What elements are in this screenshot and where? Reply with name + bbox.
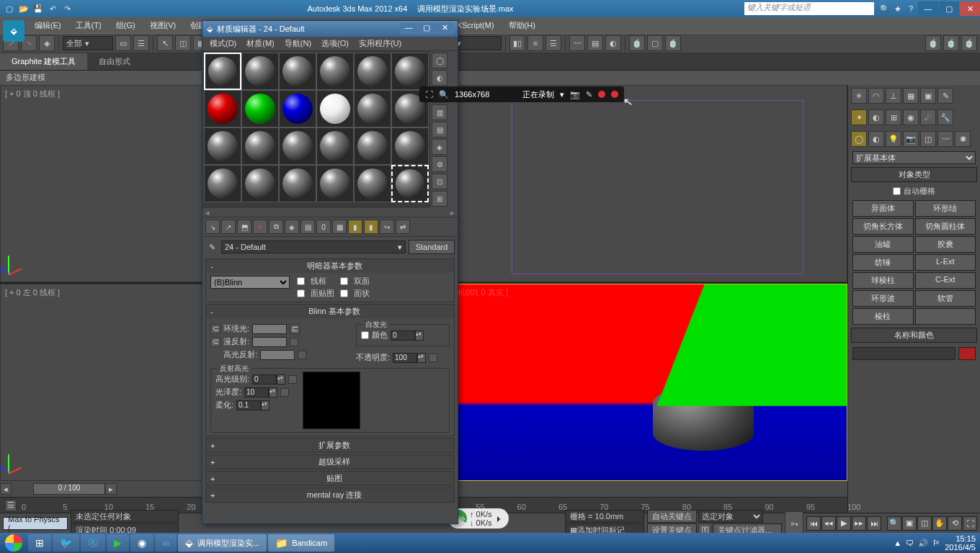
prev-key-icon[interactable]: ◂	[0, 483, 12, 495]
material-type-button[interactable]: Standard	[409, 240, 455, 254]
dialog-min-button[interactable]: —	[400, 23, 417, 35]
close-button[interactable]: ✕	[960, 1, 980, 16]
rollup-supersample[interactable]: +超级采样	[206, 455, 454, 469]
next-key-icon[interactable]: ▸	[105, 483, 117, 495]
expand-icon[interactable]: ⏵	[495, 514, 503, 523]
matid-icon[interactable]: 0	[316, 220, 331, 234]
curve-editor-icon[interactable]: 〰	[569, 35, 585, 51]
render-icon[interactable]: 🍵	[665, 35, 681, 51]
select-object-icon[interactable]: ↖	[157, 35, 173, 51]
eyedropper-icon[interactable]: ✎	[205, 240, 218, 253]
speclevel-spinner[interactable]	[252, 374, 277, 385]
material-slot[interactable]	[354, 53, 391, 90]
material-slot[interactable]	[204, 127, 241, 165]
mat-menu-material[interactable]: 材质(M)	[242, 37, 279, 50]
viewport-label[interactable]: [ + 0 顶 0 线框 ]	[5, 89, 60, 99]
layers-icon[interactable]: ☰	[545, 35, 561, 51]
uv-tile-icon[interactable]: ▥	[432, 104, 447, 120]
gloss-spinner[interactable]	[244, 387, 269, 397]
obj-btn[interactable]: 异面体	[852, 200, 914, 217]
diffuse-lock-icon[interactable]: ⊂	[210, 337, 220, 347]
material-slot[interactable]	[241, 165, 279, 202]
material-slot[interactable]	[316, 90, 354, 127]
rec-dot-icon[interactable]	[598, 91, 605, 98]
scroll-right-icon[interactable]: ▸	[450, 208, 455, 217]
align-icon[interactable]: ≡	[527, 35, 543, 51]
show-map-icon[interactable]: ▦	[332, 220, 347, 234]
taskbar-3dsmax[interactable]: ⬙调用模型渲染实...	[178, 534, 267, 552]
2sided-checkbox[interactable]	[340, 277, 348, 285]
qat-open-icon[interactable]: 📂	[17, 2, 30, 15]
pinned-app-6[interactable]: ∞	[155, 534, 177, 552]
trackbar-menu-icon[interactable]: ☰	[5, 500, 17, 511]
material-slot[interactable]	[316, 127, 354, 165]
obj-btn[interactable]: 胶囊	[915, 236, 976, 253]
material-slot[interactable]	[316, 53, 354, 90]
section-object-type[interactable]: 对象类型	[851, 167, 977, 182]
application-menu-button[interactable]: ⬙	[3, 20, 24, 42]
menu-group[interactable]: 组(G)	[110, 19, 141, 32]
select-name-icon[interactable]: ☰	[133, 35, 149, 51]
autogrid-checkbox[interactable]	[893, 187, 901, 195]
modify-tab-icon[interactable]: ◐	[868, 109, 884, 125]
system-clock[interactable]: 15:152016/4/5	[945, 534, 976, 552]
make-copy-icon[interactable]: ⧉	[269, 220, 283, 234]
sun-icon[interactable]: ☀	[851, 88, 867, 104]
motion-tab-icon[interactable]: ◉	[903, 109, 919, 125]
tab-graphite-modeling[interactable]: Graphite 建模工具	[0, 53, 87, 70]
gloss-map-button[interactable]	[280, 388, 289, 397]
material-slot[interactable]	[279, 127, 316, 165]
sample-type-icon[interactable]: ◯	[432, 53, 447, 68]
rec-dot2-icon[interactable]	[611, 91, 618, 98]
tab-freeform[interactable]: 自由形式	[87, 53, 142, 70]
tray-icon[interactable]: 🏳	[932, 539, 940, 547]
put-to-lib-icon[interactable]: ▤	[300, 220, 315, 234]
create-tab-icon[interactable]: ✦	[851, 109, 867, 125]
rollup-mentalray[interactable]: +mental ray 连接	[206, 488, 454, 502]
shader-type-combo[interactable]: (B)Blinn	[210, 276, 290, 289]
select-by-mat-icon[interactable]: ⊡	[432, 174, 447, 189]
render-frame-icon[interactable]: ▢	[647, 35, 663, 51]
diffuse-swatch[interactable]	[252, 337, 287, 347]
geometry-cat-icon[interactable]: ◯	[851, 131, 867, 147]
go-forward-icon[interactable]: ↪	[380, 220, 394, 234]
menu-edit[interactable]: 编辑(E)	[29, 19, 67, 32]
assign-icon[interactable]: ⬒	[237, 220, 251, 234]
diffuse-map-button[interactable]	[290, 338, 298, 346]
ambient-swatch[interactable]	[252, 324, 287, 334]
opacity-map-button[interactable]	[429, 354, 437, 362]
ambient-lock-icon[interactable]: ⊂	[210, 324, 220, 334]
obj-btn[interactable]: 环形结	[915, 200, 976, 217]
go-sibling-icon[interactable]: ⇄	[396, 220, 410, 234]
human-icon[interactable]: ⊥	[886, 88, 901, 104]
start-button[interactable]	[0, 533, 27, 553]
preview-icon[interactable]: ◈	[432, 139, 447, 155]
obj-btn[interactable]: 棱柱	[852, 308, 914, 325]
rec-fullscreen-icon[interactable]: ⛶	[425, 90, 433, 99]
dialog-max-button[interactable]: ▢	[418, 23, 435, 35]
menu-tools[interactable]: 工具(T)	[70, 19, 107, 32]
obj-btn[interactable]: 软管	[915, 290, 976, 307]
selfillum-color-checkbox[interactable]	[361, 331, 369, 339]
maxscript-listener[interactable]: Max to Physcs (	[3, 517, 68, 530]
nav-fov-icon[interactable]: ◫	[917, 516, 932, 531]
help-icon[interactable]: ?	[904, 2, 917, 15]
systems-cat-icon[interactable]: ✱	[955, 131, 971, 147]
obj-btn[interactable]: 环形波	[852, 290, 914, 307]
material-slot[interactable]	[204, 53, 241, 90]
slot-count-icon[interactable]: ⊞	[432, 191, 447, 207]
rollup-maps[interactable]: +贴图	[206, 472, 454, 485]
pinned-app-1[interactable]: ⊞	[28, 534, 51, 552]
backlight-icon[interactable]: ◐	[432, 70, 447, 86]
hierarchy-tab-icon[interactable]: ⊞	[886, 109, 901, 125]
material-slot[interactable]	[279, 90, 316, 127]
speclevel-map-button[interactable]	[288, 375, 297, 384]
material-slot[interactable]	[391, 53, 429, 90]
obj-btn[interactable]: 油罐	[852, 236, 914, 253]
cameras-cat-icon[interactable]: 📷	[903, 131, 919, 147]
pinned-app-5[interactable]: ◉	[130, 534, 153, 552]
rollup-extended[interactable]: +扩展参数	[206, 439, 454, 452]
helpers-cat-icon[interactable]: ◫	[920, 131, 936, 147]
material-slot[interactable]	[204, 90, 241, 127]
infocenter-icon[interactable]: 🔍	[878, 2, 891, 15]
